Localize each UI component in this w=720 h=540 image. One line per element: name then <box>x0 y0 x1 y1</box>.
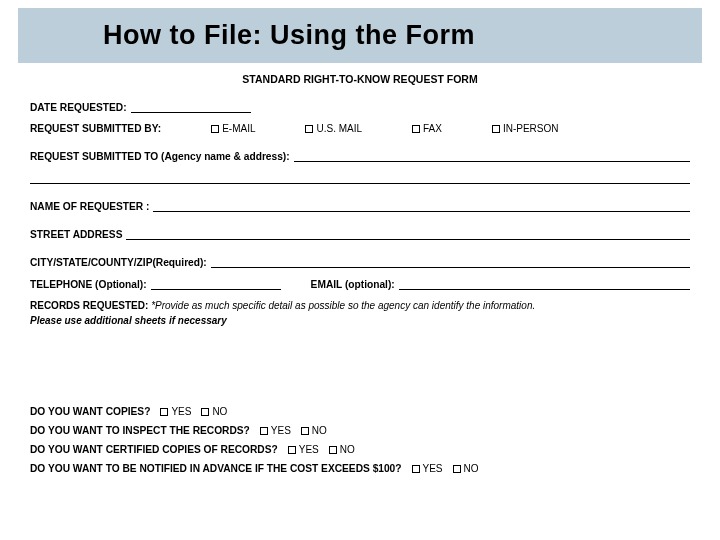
blank-city <box>211 256 690 268</box>
yes-label: YES <box>423 463 443 474</box>
checkbox-icon <box>160 408 168 416</box>
label-submitted-by: REQUEST SUBMITTED BY: <box>30 123 161 134</box>
option-inperson: IN-PERSON <box>492 123 559 134</box>
option-fax: FAX <box>412 123 442 134</box>
option-inperson-label: IN-PERSON <box>503 123 559 134</box>
row-q-cost: DO YOU WANT TO BE NOTIFIED IN ADVANCE IF… <box>30 463 690 474</box>
label-phone: TELEPHONE (Optional): <box>30 279 147 290</box>
checkbox-icon <box>301 427 309 435</box>
option-usmail: U.S. MAIL <box>305 123 362 134</box>
records-hint: *Provide as much specific detail as poss… <box>151 300 535 311</box>
row-street: STREET ADDRESS <box>30 222 690 240</box>
checkbox-icon <box>329 446 337 454</box>
blank-submitted-to-2 <box>30 172 690 184</box>
opt-no: NO <box>301 425 327 436</box>
records-sheets-note: Please use additional sheets if necessar… <box>30 315 690 326</box>
checkbox-icon <box>453 465 461 473</box>
opt-yes: YES <box>412 463 443 474</box>
label-email: EMAIL (optional): <box>311 279 395 290</box>
checkbox-icon <box>305 125 313 133</box>
label-records: RECORDS REQUESTED: <box>30 300 148 311</box>
row-contact: TELEPHONE (Optional): EMAIL (optional): <box>30 278 690 290</box>
blank-date <box>131 101 251 113</box>
checkbox-icon <box>492 125 500 133</box>
label-q-certified: DO YOU WANT CERTIFIED COPIES OF RECORDS? <box>30 444 278 455</box>
opt-yes: YES <box>260 425 291 436</box>
label-city: CITY/STATE/COUNTY/ZIP(Required): <box>30 257 207 268</box>
label-q-inspect: DO YOU WANT TO INSPECT THE RECORDS? <box>30 425 250 436</box>
yes-label: YES <box>271 425 291 436</box>
checkbox-icon <box>412 465 420 473</box>
yes-label: YES <box>171 406 191 417</box>
label-submitted-to: REQUEST SUBMITTED TO (Agency name & addr… <box>30 151 290 162</box>
no-label: NO <box>212 406 227 417</box>
label-q-cost: DO YOU WANT TO BE NOTIFIED IN ADVANCE IF… <box>30 463 402 474</box>
row-city: CITY/STATE/COUNTY/ZIP(Required): <box>30 250 690 268</box>
label-street: STREET ADDRESS <box>30 229 122 240</box>
row-submitted-by: REQUEST SUBMITTED BY: E-MAIL U.S. MAIL F… <box>30 123 690 134</box>
slide-title-bar: How to File: Using the Form <box>18 8 702 63</box>
row-q-copies: DO YOU WANT COPIES? YES NO <box>30 406 690 417</box>
checkbox-icon <box>211 125 219 133</box>
opt-no: NO <box>201 406 227 417</box>
option-email: E-MAIL <box>211 123 255 134</box>
opt-no: NO <box>453 463 479 474</box>
label-name: NAME OF REQUESTER : <box>30 201 149 212</box>
records-blank-area <box>30 330 690 396</box>
blank-submitted-to <box>294 150 690 162</box>
row-name: NAME OF REQUESTER : <box>30 194 690 212</box>
no-label: NO <box>312 425 327 436</box>
form-title: STANDARD RIGHT-TO-KNOW REQUEST FORM <box>30 73 690 85</box>
blank-name <box>153 200 690 212</box>
checkbox-icon <box>260 427 268 435</box>
form-container: STANDARD RIGHT-TO-KNOW REQUEST FORM DATE… <box>0 73 720 474</box>
label-q-copies: DO YOU WANT COPIES? <box>30 406 150 417</box>
label-date: DATE REQUESTED: <box>30 102 127 113</box>
option-usmail-label: U.S. MAIL <box>316 123 362 134</box>
blank-email <box>399 278 690 290</box>
row-records-caption: RECORDS REQUESTED: *Provide as much spec… <box>30 300 690 311</box>
blank-street <box>126 228 690 240</box>
yes-label: YES <box>299 444 319 455</box>
slide-title: How to File: Using the Form <box>103 20 692 51</box>
row-date: DATE REQUESTED: <box>30 95 690 113</box>
no-label: NO <box>340 444 355 455</box>
row-submitted-to: REQUEST SUBMITTED TO (Agency name & addr… <box>30 144 690 162</box>
opt-yes: YES <box>160 406 191 417</box>
opt-yes: YES <box>288 444 319 455</box>
blank-phone <box>151 278 281 290</box>
option-email-label: E-MAIL <box>222 123 255 134</box>
row-q-inspect: DO YOU WANT TO INSPECT THE RECORDS? YES … <box>30 425 690 436</box>
checkbox-icon <box>201 408 209 416</box>
no-label: NO <box>464 463 479 474</box>
opt-no: NO <box>329 444 355 455</box>
checkbox-icon <box>412 125 420 133</box>
row-q-certified: DO YOU WANT CERTIFIED COPIES OF RECORDS?… <box>30 444 690 455</box>
checkbox-icon <box>288 446 296 454</box>
option-fax-label: FAX <box>423 123 442 134</box>
